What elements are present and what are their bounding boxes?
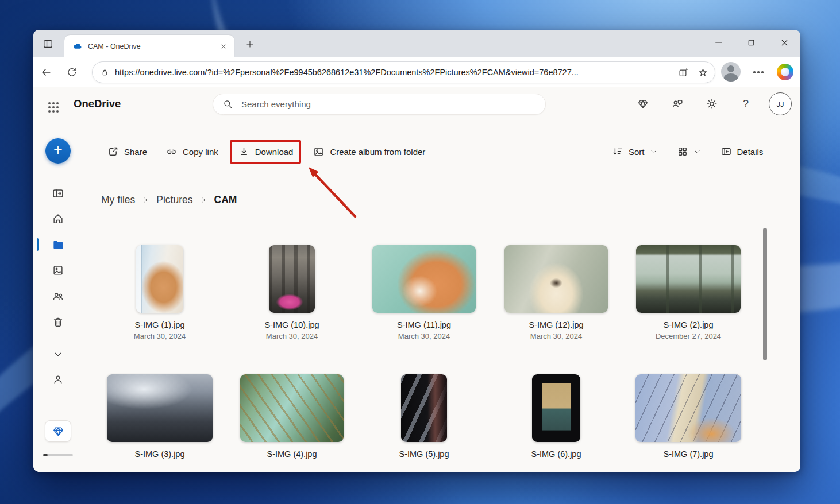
window-maximize-button[interactable] <box>738 33 764 52</box>
favorites-star-button[interactable] <box>695 65 710 80</box>
file-tile[interactable]: S-IMG (1).jpg March 30, 2024 <box>94 245 226 340</box>
file-tile[interactable]: S-IMG (6).jpg <box>490 374 622 461</box>
file-date: March 30, 2024 <box>490 332 622 340</box>
tab-actions-button[interactable] <box>40 37 55 51</box>
new-tab-button[interactable] <box>242 37 257 51</box>
lock-icon[interactable] <box>100 68 110 77</box>
onedrive-app: OneDrive ? JJ + <box>33 87 800 472</box>
browser-menu-button[interactable] <box>751 65 766 80</box>
chevron-right-icon <box>200 196 207 204</box>
url-input[interactable] <box>115 68 671 77</box>
sidebar-item-people[interactable] <box>51 373 65 386</box>
file-tile[interactable]: S-IMG (11).jpg March 30, 2024 <box>358 245 490 340</box>
file-thumbnail <box>269 245 315 313</box>
file-name: S-IMG (1).jpg <box>94 320 226 329</box>
refresh-button[interactable] <box>64 65 79 80</box>
search-input[interactable] <box>241 99 537 109</box>
file-date: March 30, 2024 <box>94 332 226 340</box>
profile-avatar-icon <box>727 65 734 72</box>
ellipsis-icon <box>753 71 755 73</box>
file-tile[interactable]: S-IMG (5).jpg <box>358 374 490 461</box>
new-item-button[interactable]: + <box>45 138 71 164</box>
file-tile[interactable]: S-IMG (2).jpg December 27, 2024 <box>622 245 754 340</box>
grid-view-icon <box>677 146 688 157</box>
file-name: S-IMG (7).jpg <box>622 449 754 459</box>
file-name: S-IMG (11).jpg <box>358 320 490 329</box>
photo-icon <box>52 264 64 277</box>
chevron-right-icon <box>142 196 149 204</box>
file-thumbnail <box>504 245 608 313</box>
copy-link-button[interactable]: Copy link <box>159 141 225 163</box>
link-icon <box>165 146 178 158</box>
browser-window: CAM - OneDrive <box>33 30 800 472</box>
window-close-button[interactable] <box>771 33 797 52</box>
file-grid-row: S-IMG (1).jpg March 30, 2024 S-IMG (10).… <box>94 245 754 340</box>
search-box[interactable] <box>213 94 546 115</box>
copilot-button[interactable] <box>777 64 793 80</box>
file-name: S-IMG (10).jpg <box>226 320 358 329</box>
account-avatar[interactable]: JJ <box>769 92 792 115</box>
command-bar: Share Copy link Download Create album fr… <box>100 137 432 166</box>
file-thumbnail <box>636 245 741 313</box>
browser-toolbar <box>33 57 800 87</box>
file-tile[interactable]: S-IMG (10).jpg March 30, 2024 <box>226 245 358 340</box>
breadcrumb-pictures[interactable]: Pictures <box>156 194 192 206</box>
file-thumbnail <box>240 374 344 442</box>
file-tile[interactable]: S-IMG (4).jpg <box>226 374 358 461</box>
browser-tab[interactable]: CAM - OneDrive <box>64 35 234 57</box>
file-tile[interactable]: S-IMG (3).jpg <box>94 374 226 461</box>
file-tile[interactable]: S-IMG (12).jpg March 30, 2024 <box>490 245 622 340</box>
sidebar-item-my-files[interactable] <box>51 238 65 251</box>
settings-button[interactable] <box>705 97 719 111</box>
split-screen-button[interactable] <box>676 65 691 80</box>
file-name: S-IMG (6).jpg <box>490 449 622 459</box>
chevron-down-icon <box>693 148 701 156</box>
download-label: Download <box>255 147 294 157</box>
album-image-icon <box>313 146 325 158</box>
breadcrumb: My files Pictures CAM <box>101 192 237 208</box>
tab-close-button[interactable] <box>218 41 229 52</box>
sidebar-item-shared[interactable] <box>51 289 65 303</box>
plus-icon <box>245 40 255 49</box>
copy-link-label: Copy link <box>183 147 218 157</box>
close-icon <box>780 38 789 48</box>
sidebar-item-shared-panel[interactable] <box>51 187 65 200</box>
star-icon <box>698 67 708 78</box>
file-tile[interactable]: S-IMG (7).jpg <box>622 374 754 461</box>
back-button[interactable] <box>38 65 53 80</box>
close-icon <box>221 44 226 49</box>
sort-button[interactable]: Sort <box>605 141 664 162</box>
file-date: March 30, 2024 <box>226 332 358 340</box>
feedback-button[interactable] <box>671 97 684 111</box>
sidebar-expand-button[interactable] <box>51 347 65 361</box>
tab-title: CAM - OneDrive <box>88 42 218 51</box>
details-button[interactable]: Details <box>714 141 770 162</box>
address-bar[interactable] <box>92 61 715 83</box>
download-button[interactable]: Download <box>230 140 302 164</box>
create-album-button[interactable]: Create album from folder <box>306 141 432 163</box>
scrollbar-thumb[interactable] <box>763 228 767 360</box>
onedrive-logo[interactable]: OneDrive <box>74 98 121 110</box>
browser-profile-button[interactable] <box>721 62 741 82</box>
trash-icon <box>52 316 64 328</box>
refresh-icon <box>66 67 78 78</box>
create-album-label: Create album from folder <box>330 147 425 157</box>
go-premium-button[interactable] <box>45 420 71 442</box>
sidebar-selection-indicator <box>37 238 39 251</box>
view-options-button[interactable] <box>670 141 708 162</box>
app-launcher-button[interactable] <box>46 100 61 115</box>
breadcrumb-current-folder: CAM <box>214 194 237 206</box>
share-button[interactable]: Share <box>100 141 154 163</box>
waffle-icon <box>48 102 51 104</box>
sidebar-item-recycle-bin[interactable] <box>51 315 65 329</box>
window-minimize-button[interactable] <box>706 33 732 52</box>
file-name: S-IMG (4).jpg <box>226 449 358 459</box>
help-button[interactable]: ? <box>739 97 753 111</box>
sidebar-item-photos[interactable] <box>51 263 65 277</box>
premium-button[interactable] <box>636 97 650 111</box>
sidebar-item-home[interactable] <box>51 212 65 226</box>
home-icon <box>52 212 64 225</box>
file-name: S-IMG (12).jpg <box>490 320 622 329</box>
breadcrumb-my-files[interactable]: My files <box>101 194 135 206</box>
file-name: S-IMG (2).jpg <box>622 320 754 329</box>
